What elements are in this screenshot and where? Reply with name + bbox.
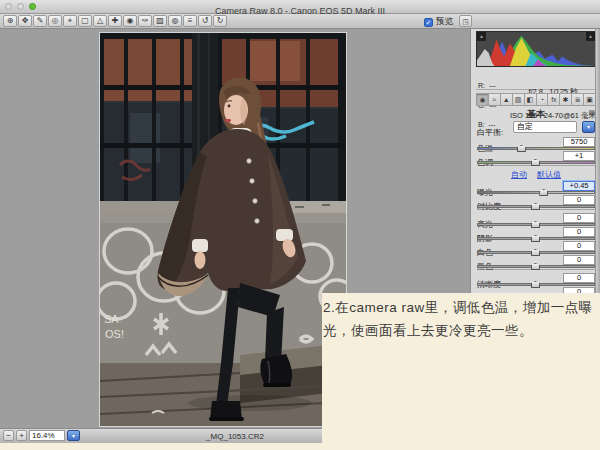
crop-tool[interactable]: ▢	[78, 15, 92, 27]
tab-camera-calibration[interactable]: ✱	[560, 93, 572, 106]
panel-title-bar: 基本 ▤	[476, 108, 596, 119]
fullscreen-toggle-button[interactable]: ◳	[459, 15, 472, 27]
caption-line-1: 2.在camera raw里，调低色温，增加一点曝	[323, 296, 600, 319]
default-link[interactable]: 默认值	[537, 170, 561, 179]
histogram-graph	[477, 32, 595, 66]
close-window-button[interactable]	[5, 3, 12, 10]
tab-presets[interactable]: ≣	[572, 93, 584, 106]
histogram: ▲ ▲	[476, 31, 596, 67]
page-background-strip	[0, 443, 600, 450]
auto-link[interactable]: 自动	[511, 170, 527, 179]
straighten-tool[interactable]: △	[93, 15, 107, 27]
shadow-clipping-indicator[interactable]: ▲	[477, 32, 486, 41]
tab-split-toning[interactable]: ◧	[525, 93, 537, 106]
panel-tabs: ◉≈▲▥◧◔fx✱≣▣	[476, 93, 596, 106]
caption-line-2: 光，使画面看上去更冷更亮一些。	[323, 319, 600, 342]
tutorial-caption: 2.在camera raw里，调低色温，增加一点曝 光，使画面看上去更冷更亮一些…	[322, 293, 600, 450]
tab-lens-corrections[interactable]: ◔	[537, 93, 549, 106]
shadows-value-field[interactable]: 0	[563, 227, 595, 237]
svg-text:OS!: OS!	[105, 328, 124, 340]
white-balance-dropdown-button[interactable]: ▾	[582, 121, 595, 133]
photo-preview: SA OS!	[100, 33, 346, 426]
exposure-slider-track[interactable]	[477, 191, 595, 194]
adjustment-brush-tool[interactable]: ✑	[138, 15, 152, 27]
radial-filter-tool[interactable]: ◍	[168, 15, 182, 27]
highlight-clipping-indicator[interactable]: ▲	[586, 32, 595, 41]
svg-text:SA: SA	[104, 313, 119, 325]
whites-value-field[interactable]: 0	[563, 241, 595, 251]
hand-tool[interactable]: ✥	[18, 15, 32, 27]
tab-detail[interactable]: ▲	[501, 93, 513, 106]
slider-stack: 色温5750色调+1自动默认值曝光+0.45对比度0高光0阴影0白色0黑色0清晰…	[477, 137, 595, 301]
zoom-tool[interactable]: ⊕	[3, 15, 17, 27]
spot-removal-tool[interactable]: ✚	[108, 15, 122, 27]
highlights-slider-row: 高光0	[477, 213, 595, 227]
preview-checkbox[interactable]: ✓	[424, 18, 433, 27]
exposure-slider-row: 曝光+0.45	[477, 181, 595, 195]
blacks-slider-row: 黑色0	[477, 255, 595, 269]
white-balance-row: 白平衡: 自定 ▾	[477, 121, 595, 137]
traffic-lights	[5, 3, 36, 10]
white-balance-tool[interactable]: ✎	[33, 15, 47, 27]
preview-toggle[interactable]: ✓ 预览	[424, 16, 453, 28]
tab-hsl-grayscale[interactable]: ▥	[513, 93, 525, 106]
whites-slider-row: 白色0	[477, 241, 595, 255]
titlebar: Camera Raw 8.0 - Canon EOS 5D Mark III	[0, 0, 600, 14]
preview-label: 预览	[436, 16, 453, 28]
tab-effects[interactable]: fx	[548, 93, 560, 106]
tab-tone-curve[interactable]: ≈	[489, 93, 501, 106]
preferences-tool[interactable]: ≡	[183, 15, 197, 27]
tint-slider-row: 色调+1	[477, 151, 595, 165]
toolbar-tools: ⊕✥✎◎⌖▢△✚◉✑▨◍≡↺↻	[3, 15, 227, 27]
shadows-slider-row: 阴影0	[477, 227, 595, 241]
auto-default-links: 自动默认值	[477, 169, 595, 181]
panel-menu-icon[interactable]: ▤	[588, 109, 595, 117]
rotate-right-tool[interactable]: ↻	[213, 15, 227, 27]
graduated-filter-tool[interactable]: ▨	[153, 15, 167, 27]
zoom-window-button[interactable]	[29, 3, 36, 10]
temperature-slider-row: 色温5750	[477, 137, 595, 151]
contrast-value-field[interactable]: 0	[563, 195, 595, 205]
rgb-r: R: ---	[478, 83, 496, 90]
exif-readout: R: --- G: --- B: --- f/2.8 1/125 秒 ISO 1…	[476, 69, 596, 90]
minimize-window-button[interactable]	[17, 3, 24, 10]
photo-illustration: SA OS!	[100, 33, 346, 426]
tint-value-field[interactable]: +1	[563, 151, 595, 161]
exposure-value-field[interactable]: +0.45	[563, 181, 595, 191]
basic-controls: 白平衡: 自定 ▾ 色温5750色调+1自动默认值曝光+0.45对比度0高光0阴…	[477, 121, 595, 301]
highlights-value-field[interactable]: 0	[563, 213, 595, 223]
rotate-left-tool[interactable]: ↺	[198, 15, 212, 27]
panel-title: 基本	[527, 109, 545, 119]
temperature-slider-track[interactable]	[477, 147, 595, 150]
temperature-value-field[interactable]: 5750	[563, 137, 595, 147]
tab-basic[interactable]: ◉	[476, 93, 489, 106]
targeted-adjustment-tool[interactable]: ⌖	[63, 15, 77, 27]
color-sampler-tool[interactable]: ◎	[48, 15, 62, 27]
blacks-value-field[interactable]: 0	[563, 255, 595, 265]
white-balance-select[interactable]: 自定	[513, 121, 577, 133]
clarity-slider-row: 清晰度0	[477, 273, 595, 287]
clarity-value-field[interactable]: 0	[563, 273, 595, 283]
white-balance-label: 白平衡:	[477, 128, 503, 137]
contrast-slider-row: 对比度0	[477, 195, 595, 209]
toolbar: ⊕✥✎◎⌖▢△✚◉✑▨◍≡↺↻ ✓ 预览 ◳	[0, 14, 600, 29]
red-eye-tool[interactable]: ◉	[123, 15, 137, 27]
